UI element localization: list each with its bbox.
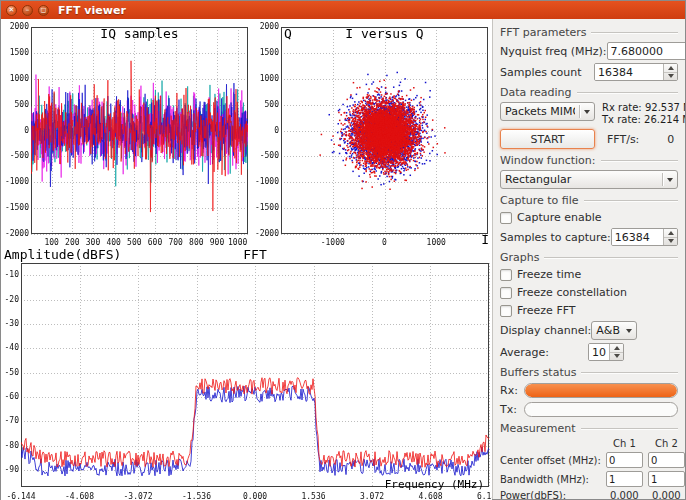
freeze-constellation-checkbox[interactable]: Freeze constellation [500, 285, 678, 300]
capture-enable-checkbox[interactable]: Capture enable [500, 210, 678, 225]
samples-count-label: Samples count [500, 66, 594, 79]
group-rule [584, 200, 678, 201]
group-rule [544, 257, 678, 258]
group-rule [581, 428, 678, 429]
window-title: FFT viewer [58, 4, 126, 17]
freeze-constellation-label: Freeze constellation [517, 286, 627, 299]
group-buffers: Buffers status [500, 366, 678, 379]
samples-to-capture-label: Samples to capture: [500, 231, 611, 244]
freeze-time-label: Freeze time [517, 268, 581, 281]
group-rule [591, 32, 678, 33]
plots-area [1, 19, 492, 499]
main-content: FFT parameters Nyquist freq (MHz): Sampl… [1, 19, 685, 499]
fft-amplitude-plot [1, 247, 492, 500]
packet-mode-select[interactable]: Packets MIMO [500, 102, 595, 121]
display-channel-value: A&B [596, 324, 622, 337]
bandwidth-label: Bandwidth (MHz): [500, 474, 601, 485]
maximize-icon: ◻ [41, 7, 47, 14]
fft-viewer-window: ✕ – ◻ FFT viewer FFT parameters Nyquist … [0, 0, 686, 500]
checkbox-icon[interactable] [500, 305, 512, 317]
chevron-down-icon [626, 329, 632, 333]
group-fft-parameters: FFT parameters [500, 26, 678, 39]
ch2-header: Ch 2 [648, 438, 685, 449]
nyquist-freq-label: Nyquist freq (MHz): [500, 45, 607, 58]
center-offset-ch1-input[interactable] [606, 452, 643, 468]
fft-parameters-title: FFT parameters [500, 26, 586, 39]
display-channel-label: Display channel: [500, 324, 591, 337]
spin-up-icon[interactable] [664, 229, 677, 238]
capture-title: Capture to file [500, 194, 579, 207]
rx-buffer-progress [524, 383, 678, 398]
group-measurement: Measurement [500, 422, 678, 435]
rate-readout: Rx rate: 92.537 MB/s Tx rate: 26.214 MB/… [602, 102, 685, 126]
tx-rate-text: Tx rate: 26.214 MB/s [602, 114, 685, 126]
group-graphs: Graphs [500, 251, 678, 264]
buffers-title: Buffers status [500, 366, 576, 379]
samples-to-capture-spinbox[interactable] [611, 228, 678, 246]
bandwidth-ch2-input[interactable] [648, 471, 685, 487]
fft-rate-label: FFT/s: [607, 133, 639, 146]
group-rule [577, 92, 678, 93]
group-rule [581, 372, 678, 373]
start-button[interactable]: START [500, 129, 595, 149]
window-function-title: Window function: [500, 154, 596, 167]
window-function-select[interactable]: Rectangular [500, 170, 678, 189]
spinner-arrows [663, 229, 677, 245]
group-data-reading: Data reading [500, 86, 678, 99]
power-ch2-value: 0.000 [648, 490, 685, 499]
window-function-value: Rectangular [505, 173, 658, 186]
average-label: Average: [500, 346, 588, 359]
power-label: Power(dbFS): [500, 490, 601, 499]
average-spinbox[interactable] [588, 343, 624, 361]
group-rule [601, 160, 678, 161]
rx-buffer-label: Rx: [500, 384, 524, 397]
spinner-arrows [663, 64, 677, 80]
tx-buffer-label: Tx: [500, 403, 524, 416]
freeze-fft-label: Freeze FFT [517, 304, 576, 317]
minimize-icon: – [26, 7, 30, 14]
close-icon: ✕ [9, 7, 15, 14]
center-offset-ch2-input[interactable] [648, 452, 685, 468]
checkbox-icon[interactable] [500, 269, 512, 281]
spin-down-icon[interactable] [664, 73, 677, 81]
maximize-button[interactable]: ◻ [38, 5, 49, 16]
iq-samples-plot [1, 19, 251, 247]
spin-up-icon[interactable] [664, 64, 677, 73]
i-versus-q-plot [251, 19, 492, 247]
group-window-function: Window function: [500, 154, 678, 167]
power-ch1-value: 0.000 [606, 490, 643, 499]
freeze-fft-checkbox[interactable]: Freeze FFT [500, 303, 678, 318]
spin-up-icon[interactable] [610, 344, 623, 353]
rx-rate-text: Rx rate: 92.537 MB/s [602, 102, 685, 114]
measurement-title: Measurement [500, 422, 576, 435]
samples-count-input[interactable] [595, 64, 663, 80]
capture-enable-label: Capture enable [517, 211, 602, 224]
control-panel: FFT parameters Nyquist freq (MHz): Sampl… [492, 19, 685, 499]
rx-buffer-fill [525, 384, 677, 397]
chevron-down-icon [584, 110, 590, 114]
fft-rate-readout: FFT/s: 0 [607, 133, 674, 146]
spin-down-icon[interactable] [610, 353, 623, 361]
samples-to-capture-input[interactable] [612, 229, 663, 245]
spin-down-icon[interactable] [664, 238, 677, 246]
combo-separator [579, 105, 580, 118]
minimize-button[interactable]: – [22, 5, 33, 16]
average-input[interactable] [589, 344, 609, 360]
close-button[interactable]: ✕ [6, 5, 17, 16]
fft-rate-value: 0 [667, 133, 674, 146]
packet-mode-value: Packets MIMO [505, 105, 575, 118]
nyquist-freq-input[interactable] [607, 42, 685, 60]
graphs-title: Graphs [500, 251, 539, 264]
samples-count-spinbox[interactable] [594, 63, 678, 81]
checkbox-icon[interactable] [500, 287, 512, 299]
display-channel-select[interactable]: A&B [591, 321, 637, 340]
tx-buffer-progress [524, 402, 678, 417]
spinner-arrows [609, 344, 623, 360]
chevron-down-icon [667, 178, 673, 182]
checkbox-icon[interactable] [500, 212, 512, 224]
freeze-time-checkbox[interactable]: Freeze time [500, 267, 678, 282]
titlebar[interactable]: ✕ – ◻ FFT viewer [1, 1, 685, 19]
combo-separator [662, 173, 663, 186]
bandwidth-ch1-input[interactable] [606, 471, 643, 487]
group-capture: Capture to file [500, 194, 678, 207]
